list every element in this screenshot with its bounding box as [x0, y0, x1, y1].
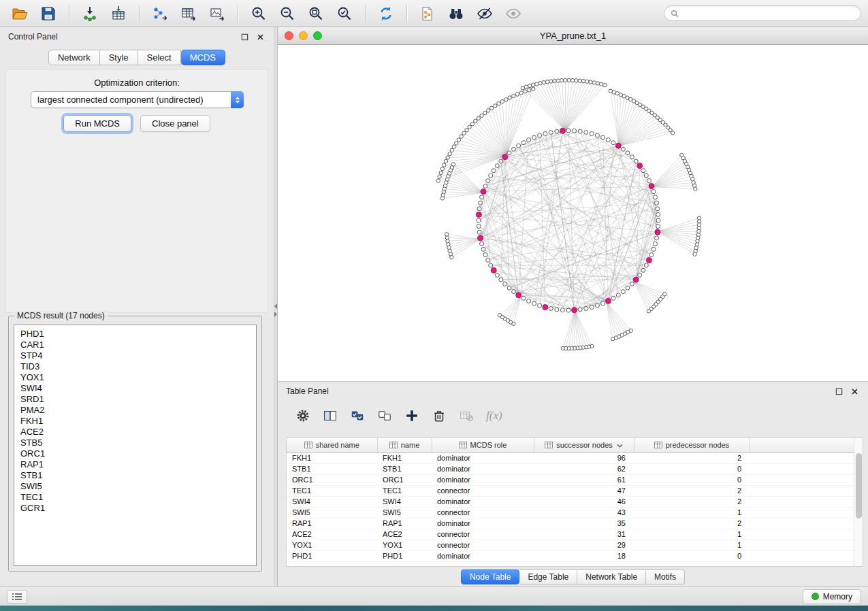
- window-close-button[interactable]: [285, 31, 293, 40]
- mcds-result-item[interactable]: STP4: [14, 350, 256, 361]
- network-satellite-node[interactable]: [438, 175, 441, 178]
- collapse-left-icon[interactable]: [274, 303, 277, 309]
- network-satellite-node[interactable]: [589, 80, 592, 84]
- network-node[interactable]: [507, 286, 511, 290]
- network-satellite-node[interactable]: [455, 142, 458, 145]
- mcds-result-item[interactable]: STB5: [14, 437, 256, 448]
- network-node[interactable]: [480, 195, 484, 199]
- network-dominator-node[interactable]: [615, 143, 621, 148]
- network-satellite-node[interactable]: [451, 163, 455, 166]
- network-satellite-node[interactable]: [575, 79, 578, 82]
- network-satellite-node[interactable]: [560, 79, 564, 82]
- node-table-row[interactable]: ACE2ACE2connector311: [287, 529, 854, 540]
- network-node[interactable]: [521, 296, 526, 300]
- network-node[interactable]: [489, 263, 493, 267]
- network-node[interactable]: [512, 290, 516, 294]
- network-dominator-node[interactable]: [649, 184, 654, 189]
- network-node[interactable]: [584, 131, 588, 135]
- network-node[interactable]: [532, 135, 536, 139]
- network-node[interactable]: [641, 268, 645, 272]
- create-column-button[interactable]: [403, 407, 421, 425]
- node-table-row[interactable]: RAP1RAP1dominator352: [287, 518, 854, 529]
- network-node[interactable]: [512, 147, 516, 151]
- clone-network-button[interactable]: [415, 3, 440, 24]
- mcds-result-list[interactable]: PHD1CAR1STP4TID3YOX1SWI4SRD1PMA2FKH1ACE2…: [14, 325, 257, 566]
- network-satellite-node[interactable]: [524, 85, 528, 88]
- network-node[interactable]: [527, 138, 531, 142]
- network-node[interactable]: [479, 201, 483, 205]
- network-node[interactable]: [492, 169, 496, 173]
- network-node[interactable]: [655, 201, 659, 205]
- collapse-right-icon[interactable]: [274, 312, 277, 317]
- network-satellite-node[interactable]: [460, 135, 463, 138]
- zoom-in-button[interactable]: [246, 3, 272, 24]
- network-node[interactable]: [626, 286, 630, 290]
- network-node[interactable]: [527, 299, 531, 303]
- network-node[interactable]: [495, 273, 499, 277]
- network-satellite-node[interactable]: [545, 80, 549, 84]
- mcds-result-item[interactable]: FKH1: [14, 416, 256, 427]
- network-node[interactable]: [480, 242, 484, 246]
- network-node[interactable]: [486, 179, 490, 183]
- network-node[interactable]: [634, 159, 638, 163]
- column-header-shared-name[interactable]: shared name: [287, 438, 377, 452]
- network-dominator-node[interactable]: [543, 305, 548, 310]
- network-node[interactable]: [549, 307, 553, 311]
- network-satellite-node[interactable]: [671, 131, 675, 135]
- network-satellite-node[interactable]: [477, 116, 480, 120]
- network-node[interactable]: [538, 303, 542, 308]
- network-satellite-node[interactable]: [524, 90, 527, 93]
- import-network-button[interactable]: [77, 3, 103, 24]
- network-node[interactable]: [656, 207, 660, 211]
- delete-table-button[interactable]: [457, 407, 475, 425]
- network-dominator-node[interactable]: [516, 293, 521, 298]
- network-satellite-node[interactable]: [500, 100, 504, 103]
- network-satellite-node[interactable]: [480, 114, 483, 117]
- function-builder-button[interactable]: f(x): [486, 409, 502, 423]
- column-header-successor-nodes[interactable]: successor nodes: [534, 438, 634, 452]
- window-minimize-button[interactable]: [299, 31, 308, 40]
- network-node[interactable]: [654, 195, 658, 199]
- node-table-row[interactable]: STB1STB1dominator620: [287, 463, 854, 474]
- network-node[interactable]: [566, 308, 570, 312]
- control-tab-network[interactable]: Network: [48, 50, 100, 65]
- network-satellite-node[interactable]: [445, 233, 449, 236]
- network-node[interactable]: [483, 184, 487, 188]
- show-panels-button[interactable]: [7, 590, 27, 604]
- delete-columns-button[interactable]: [430, 407, 448, 425]
- network-node[interactable]: [584, 307, 588, 311]
- network-node[interactable]: [549, 131, 553, 135]
- save-session-button[interactable]: [35, 3, 61, 24]
- network-node[interactable]: [595, 133, 599, 137]
- network-satellite-node[interactable]: [440, 167, 444, 171]
- node-table-row[interactable]: FKH1FKH1dominator962: [287, 452, 854, 463]
- column-header-name[interactable]: name: [377, 438, 432, 452]
- network-node[interactable]: [507, 151, 511, 155]
- network-satellite-node[interactable]: [567, 78, 570, 82]
- network-node[interactable]: [517, 144, 521, 148]
- network-satellite-node[interactable]: [561, 346, 564, 350]
- import-table-button[interactable]: [106, 3, 131, 24]
- network-node[interactable]: [630, 282, 634, 286]
- mcds-result-item[interactable]: STB1: [14, 470, 256, 481]
- network-node[interactable]: [601, 301, 605, 306]
- mcds-result-item[interactable]: TID3: [14, 361, 256, 372]
- control-tab-style[interactable]: Style: [100, 50, 138, 65]
- mcds-result-item[interactable]: PMA2: [14, 405, 256, 416]
- apply-layout-button[interactable]: [373, 3, 399, 24]
- network-dominator-node[interactable]: [637, 163, 643, 169]
- network-satellite-node[interactable]: [487, 109, 490, 112]
- search-input[interactable]: [682, 9, 854, 18]
- network-canvas[interactable]: [278, 45, 868, 381]
- network-window-titlebar[interactable]: YPA_prune.txt_1: [278, 27, 868, 45]
- network-node[interactable]: [654, 242, 658, 246]
- network-node[interactable]: [652, 190, 656, 194]
- network-node[interactable]: [655, 236, 659, 240]
- network-node[interactable]: [543, 132, 547, 136]
- network-satellite-node[interactable]: [647, 310, 650, 313]
- network-satellite-node[interactable]: [498, 314, 501, 317]
- criterion-dropdown[interactable]: largest connected component (undirected): [31, 91, 244, 108]
- network-satellite-node[interactable]: [521, 86, 524, 90]
- network-satellite-node[interactable]: [553, 79, 556, 82]
- float-panel-button[interactable]: [239, 31, 250, 42]
